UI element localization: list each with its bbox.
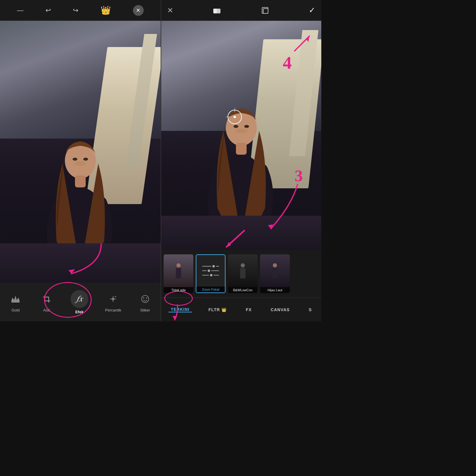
alat-label: Alat (43, 308, 50, 312)
nav-item-efek[interactable]: 𝑓𝑥 Efek (71, 290, 88, 314)
sliders-icon (202, 265, 219, 276)
svg-rect-18 (213, 9, 217, 13)
tab-s[interactable]: S (306, 307, 314, 312)
svg-point-14 (143, 298, 144, 299)
close-right-button[interactable]: ✕ (167, 6, 173, 15)
gold-label: Gold (11, 308, 19, 312)
svg-point-5 (74, 161, 86, 166)
hijau-laut-label: Hijau Laut (260, 287, 290, 293)
svg-rect-6 (11, 301, 20, 303)
focus-dot (234, 116, 236, 118)
left-toolbar: — ↩ ↪ 👑 ✕ (0, 0, 161, 21)
minimize-button[interactable]: — (17, 7, 24, 14)
right-panel: ✕ ✓ (161, 0, 321, 321)
nav-item-alat[interactable]: Alat (40, 292, 54, 312)
sticker-icon (138, 292, 152, 306)
svg-point-12 (115, 296, 116, 297)
tab-fx[interactable]: FX (243, 307, 254, 312)
left-panel: — ↩ ↪ 👑 ✕ (0, 0, 161, 321)
svg-point-24 (234, 125, 238, 128)
left-photo-bg (0, 21, 161, 283)
tab-fltr[interactable]: FLTR 👑 (206, 307, 229, 312)
bottom-tab-bar: TERKINI FLTR 👑 FX CANVAS S (161, 298, 321, 321)
undo-button[interactable]: ↩ (46, 7, 51, 14)
crop-icon (40, 292, 54, 306)
svg-point-15 (146, 298, 147, 299)
svg-rect-23 (236, 143, 247, 155)
nav-item-gold[interactable]: Gold (8, 292, 23, 312)
redo-button[interactable]: ↪ (73, 7, 78, 14)
svg-rect-20 (263, 9, 268, 13)
left-bottom-nav: Gold Alat 𝑓𝑥 Efek Percantik (0, 283, 161, 321)
fltr-label: FLTR (209, 307, 220, 312)
filter-tidak-ada[interactable]: Tidak ada (164, 254, 193, 293)
efek-icon: 𝑓𝑥 (71, 290, 88, 308)
right-photo-bg (161, 21, 321, 250)
tab-terkini[interactable]: TERKINI (168, 307, 192, 312)
stiker-label: Stiker (140, 308, 150, 312)
right-photo-area: 4 3 (161, 21, 321, 250)
svg-point-3 (73, 158, 77, 161)
svg-point-26 (235, 129, 247, 133)
nav-item-stiker[interactable]: Stiker (138, 292, 152, 312)
eraser-button[interactable] (212, 6, 222, 15)
svg-rect-10 (48, 297, 49, 303)
svg-rect-8 (44, 300, 50, 301)
nav-item-percantik[interactable]: Percantik (105, 292, 121, 312)
svg-point-13 (142, 295, 149, 303)
confirm-button[interactable]: ✓ (309, 6, 315, 15)
svg-point-4 (83, 158, 88, 161)
zoom-fokal-label: Zoom Fokal (196, 286, 225, 292)
close-left-button[interactable]: ✕ (133, 5, 144, 16)
filter-hijau-laut[interactable]: Hijau Laut (260, 254, 290, 293)
efek-label: Efek (75, 310, 83, 314)
bwlowcon-label: B&WLowCon (228, 287, 258, 293)
svg-rect-2 (75, 176, 86, 187)
tidak-ada-label: Tidak ada (164, 287, 193, 293)
left-photo-area (0, 21, 161, 283)
focus-circle (228, 110, 242, 124)
filter-strip: Tidak ada (161, 250, 321, 298)
crown-button[interactable]: 👑 (101, 5, 111, 15)
fltr-crown-icon: 👑 (221, 307, 227, 312)
tab-canvas[interactable]: CANVAS (268, 307, 292, 312)
percantik-label: Percantik (105, 308, 121, 312)
filter-thumb-img-bwlowcon (228, 254, 258, 287)
filter-thumb-img-tidak-ada (164, 254, 193, 287)
filter-zoom-fokal[interactable]: Zoom Fokal (196, 254, 226, 293)
filter-bwlowcon[interactable]: B&WLowCon (228, 254, 258, 293)
filter-thumb-img-zoom-fokal (196, 255, 225, 286)
fx-text: 𝑓𝑥 (76, 294, 82, 304)
layers-button[interactable] (260, 6, 270, 15)
svg-point-25 (244, 125, 249, 128)
crown-icon (8, 292, 23, 306)
right-toolbar: ✕ ✓ (161, 0, 321, 21)
filter-thumb-img-hijau-laut (260, 254, 290, 287)
sparkle-icon (106, 292, 120, 306)
